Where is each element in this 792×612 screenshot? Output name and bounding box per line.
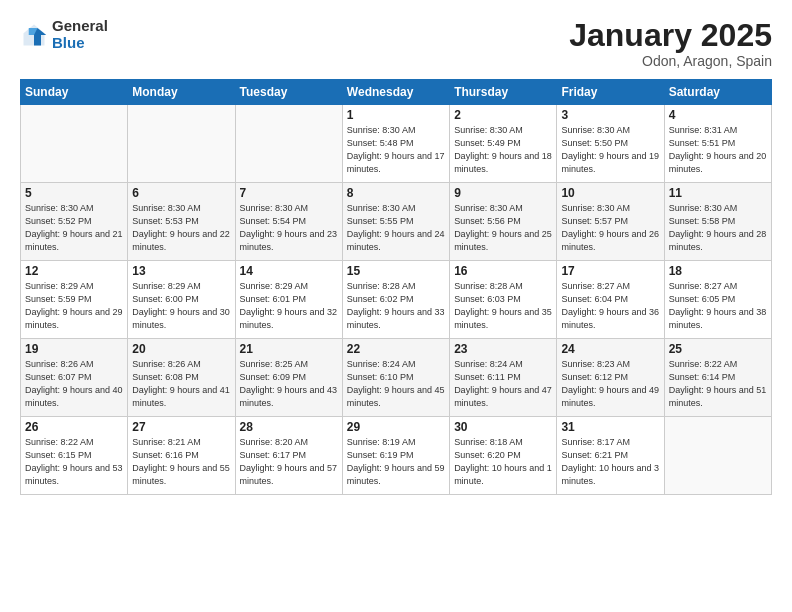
day-info: Sunrise: 8:30 AM Sunset: 5:50 PM Dayligh… bbox=[561, 124, 659, 176]
day-number: 27 bbox=[132, 420, 230, 434]
day-number: 6 bbox=[132, 186, 230, 200]
table-row: 10Sunrise: 8:30 AM Sunset: 5:57 PM Dayli… bbox=[557, 183, 664, 261]
day-info: Sunrise: 8:30 AM Sunset: 5:56 PM Dayligh… bbox=[454, 202, 552, 254]
table-row: 5Sunrise: 8:30 AM Sunset: 5:52 PM Daylig… bbox=[21, 183, 128, 261]
table-row: 18Sunrise: 8:27 AM Sunset: 6:05 PM Dayli… bbox=[664, 261, 771, 339]
day-number: 18 bbox=[669, 264, 767, 278]
table-row bbox=[128, 105, 235, 183]
day-number: 17 bbox=[561, 264, 659, 278]
day-info: Sunrise: 8:30 AM Sunset: 5:48 PM Dayligh… bbox=[347, 124, 445, 176]
day-number: 1 bbox=[347, 108, 445, 122]
day-info: Sunrise: 8:24 AM Sunset: 6:11 PM Dayligh… bbox=[454, 358, 552, 410]
header-sunday: Sunday bbox=[21, 80, 128, 105]
logo-icon bbox=[20, 21, 48, 49]
table-row: 14Sunrise: 8:29 AM Sunset: 6:01 PM Dayli… bbox=[235, 261, 342, 339]
table-row: 15Sunrise: 8:28 AM Sunset: 6:02 PM Dayli… bbox=[342, 261, 449, 339]
header-monday: Monday bbox=[128, 80, 235, 105]
day-info: Sunrise: 8:29 AM Sunset: 5:59 PM Dayligh… bbox=[25, 280, 123, 332]
table-row: 16Sunrise: 8:28 AM Sunset: 6:03 PM Dayli… bbox=[450, 261, 557, 339]
calendar-table: Sunday Monday Tuesday Wednesday Thursday… bbox=[20, 79, 772, 495]
table-row: 11Sunrise: 8:30 AM Sunset: 5:58 PM Dayli… bbox=[664, 183, 771, 261]
day-number: 30 bbox=[454, 420, 552, 434]
table-row: 13Sunrise: 8:29 AM Sunset: 6:00 PM Dayli… bbox=[128, 261, 235, 339]
day-number: 19 bbox=[25, 342, 123, 356]
day-info: Sunrise: 8:23 AM Sunset: 6:12 PM Dayligh… bbox=[561, 358, 659, 410]
day-number: 12 bbox=[25, 264, 123, 278]
day-number: 4 bbox=[669, 108, 767, 122]
day-info: Sunrise: 8:30 AM Sunset: 5:58 PM Dayligh… bbox=[669, 202, 767, 254]
day-info: Sunrise: 8:30 AM Sunset: 5:54 PM Dayligh… bbox=[240, 202, 338, 254]
day-number: 9 bbox=[454, 186, 552, 200]
calendar-header-row: Sunday Monday Tuesday Wednesday Thursday… bbox=[21, 80, 772, 105]
calendar-week-row: 19Sunrise: 8:26 AM Sunset: 6:07 PM Dayli… bbox=[21, 339, 772, 417]
day-number: 11 bbox=[669, 186, 767, 200]
day-number: 15 bbox=[347, 264, 445, 278]
day-number: 8 bbox=[347, 186, 445, 200]
day-number: 10 bbox=[561, 186, 659, 200]
day-number: 31 bbox=[561, 420, 659, 434]
logo: General Blue bbox=[20, 18, 108, 51]
table-row: 31Sunrise: 8:17 AM Sunset: 6:21 PM Dayli… bbox=[557, 417, 664, 495]
table-row: 12Sunrise: 8:29 AM Sunset: 5:59 PM Dayli… bbox=[21, 261, 128, 339]
table-row bbox=[21, 105, 128, 183]
day-number: 28 bbox=[240, 420, 338, 434]
day-number: 29 bbox=[347, 420, 445, 434]
day-info: Sunrise: 8:30 AM Sunset: 5:49 PM Dayligh… bbox=[454, 124, 552, 176]
table-row: 23Sunrise: 8:24 AM Sunset: 6:11 PM Dayli… bbox=[450, 339, 557, 417]
table-row: 7Sunrise: 8:30 AM Sunset: 5:54 PM Daylig… bbox=[235, 183, 342, 261]
day-number: 26 bbox=[25, 420, 123, 434]
table-row: 6Sunrise: 8:30 AM Sunset: 5:53 PM Daylig… bbox=[128, 183, 235, 261]
day-number: 13 bbox=[132, 264, 230, 278]
table-row bbox=[664, 417, 771, 495]
table-row: 20Sunrise: 8:26 AM Sunset: 6:08 PM Dayli… bbox=[128, 339, 235, 417]
day-number: 23 bbox=[454, 342, 552, 356]
table-row: 2Sunrise: 8:30 AM Sunset: 5:49 PM Daylig… bbox=[450, 105, 557, 183]
day-number: 24 bbox=[561, 342, 659, 356]
table-row: 19Sunrise: 8:26 AM Sunset: 6:07 PM Dayli… bbox=[21, 339, 128, 417]
table-row: 21Sunrise: 8:25 AM Sunset: 6:09 PM Dayli… bbox=[235, 339, 342, 417]
day-info: Sunrise: 8:25 AM Sunset: 6:09 PM Dayligh… bbox=[240, 358, 338, 410]
table-row: 25Sunrise: 8:22 AM Sunset: 6:14 PM Dayli… bbox=[664, 339, 771, 417]
table-row: 29Sunrise: 8:19 AM Sunset: 6:19 PM Dayli… bbox=[342, 417, 449, 495]
day-info: Sunrise: 8:21 AM Sunset: 6:16 PM Dayligh… bbox=[132, 436, 230, 488]
day-info: Sunrise: 8:27 AM Sunset: 6:04 PM Dayligh… bbox=[561, 280, 659, 332]
page-title: January 2025 bbox=[569, 18, 772, 53]
day-info: Sunrise: 8:29 AM Sunset: 6:01 PM Dayligh… bbox=[240, 280, 338, 332]
header-tuesday: Tuesday bbox=[235, 80, 342, 105]
day-info: Sunrise: 8:19 AM Sunset: 6:19 PM Dayligh… bbox=[347, 436, 445, 488]
day-info: Sunrise: 8:17 AM Sunset: 6:21 PM Dayligh… bbox=[561, 436, 659, 488]
day-number: 5 bbox=[25, 186, 123, 200]
table-row: 28Sunrise: 8:20 AM Sunset: 6:17 PM Dayli… bbox=[235, 417, 342, 495]
table-row: 4Sunrise: 8:31 AM Sunset: 5:51 PM Daylig… bbox=[664, 105, 771, 183]
table-row: 26Sunrise: 8:22 AM Sunset: 6:15 PM Dayli… bbox=[21, 417, 128, 495]
logo-blue-text: Blue bbox=[52, 35, 108, 52]
day-number: 21 bbox=[240, 342, 338, 356]
header-saturday: Saturday bbox=[664, 80, 771, 105]
day-info: Sunrise: 8:18 AM Sunset: 6:20 PM Dayligh… bbox=[454, 436, 552, 488]
day-number: 14 bbox=[240, 264, 338, 278]
day-info: Sunrise: 8:22 AM Sunset: 6:15 PM Dayligh… bbox=[25, 436, 123, 488]
table-row: 1Sunrise: 8:30 AM Sunset: 5:48 PM Daylig… bbox=[342, 105, 449, 183]
calendar-week-row: 26Sunrise: 8:22 AM Sunset: 6:15 PM Dayli… bbox=[21, 417, 772, 495]
table-row: 30Sunrise: 8:18 AM Sunset: 6:20 PM Dayli… bbox=[450, 417, 557, 495]
header-thursday: Thursday bbox=[450, 80, 557, 105]
day-number: 3 bbox=[561, 108, 659, 122]
calendar-week-row: 12Sunrise: 8:29 AM Sunset: 5:59 PM Dayli… bbox=[21, 261, 772, 339]
day-info: Sunrise: 8:30 AM Sunset: 5:57 PM Dayligh… bbox=[561, 202, 659, 254]
day-number: 16 bbox=[454, 264, 552, 278]
day-info: Sunrise: 8:24 AM Sunset: 6:10 PM Dayligh… bbox=[347, 358, 445, 410]
table-row: 27Sunrise: 8:21 AM Sunset: 6:16 PM Dayli… bbox=[128, 417, 235, 495]
day-number: 22 bbox=[347, 342, 445, 356]
day-info: Sunrise: 8:22 AM Sunset: 6:14 PM Dayligh… bbox=[669, 358, 767, 410]
day-number: 20 bbox=[132, 342, 230, 356]
day-number: 2 bbox=[454, 108, 552, 122]
calendar-week-row: 1Sunrise: 8:30 AM Sunset: 5:48 PM Daylig… bbox=[21, 105, 772, 183]
day-info: Sunrise: 8:30 AM Sunset: 5:55 PM Dayligh… bbox=[347, 202, 445, 254]
day-number: 25 bbox=[669, 342, 767, 356]
day-info: Sunrise: 8:30 AM Sunset: 5:52 PM Dayligh… bbox=[25, 202, 123, 254]
page-subtitle: Odon, Aragon, Spain bbox=[569, 53, 772, 69]
day-number: 7 bbox=[240, 186, 338, 200]
table-row bbox=[235, 105, 342, 183]
table-row: 17Sunrise: 8:27 AM Sunset: 6:04 PM Dayli… bbox=[557, 261, 664, 339]
table-row: 9Sunrise: 8:30 AM Sunset: 5:56 PM Daylig… bbox=[450, 183, 557, 261]
